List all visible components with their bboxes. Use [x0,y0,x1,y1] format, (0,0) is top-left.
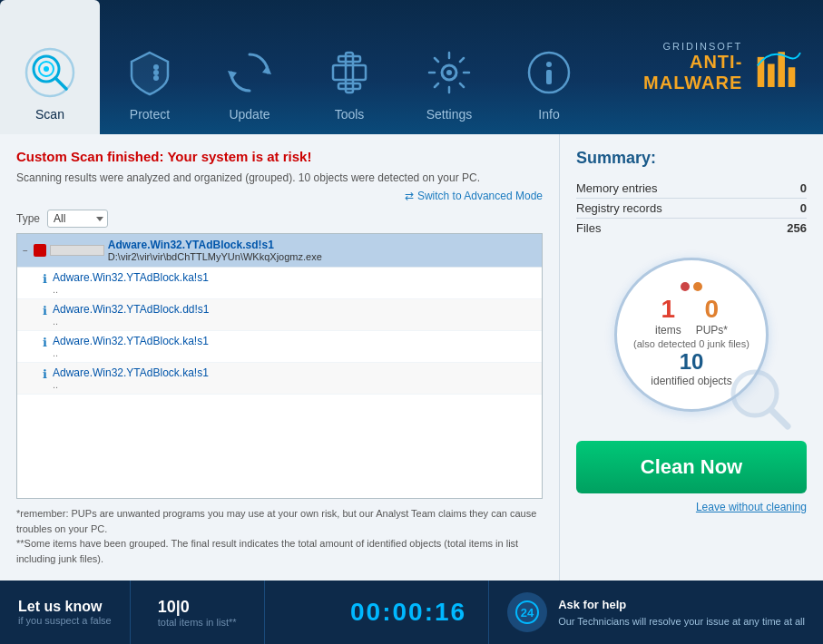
threat-progress-bar-0 [50,245,104,256]
scan-icon [21,44,79,102]
nav-item-settings[interactable]: Settings [399,0,499,134]
items-counter: 10|0 [158,598,237,617]
memory-entries-label: Memory entries [576,181,658,195]
svg-point-6 [153,70,159,75]
child-threat-path-1: .. [53,284,209,295]
summary-files-row: Files 256 [576,219,807,238]
advanced-mode-link[interactable]: ⇄Switch to Advanced Mode [16,190,543,202]
items-label: items [655,324,681,337]
svg-rect-11 [338,56,360,62]
bottom-bar: Let us know if you suspect a false 10|0 … [0,581,823,644]
svg-rect-21 [779,52,786,87]
footnotes: *remember: PUPs are unwanted programs yo… [16,506,543,566]
identified-label: identified objects [651,375,731,387]
child-threat-path-3: .. [53,347,209,358]
also-detected-note: (also detected 0 junk files) [633,338,750,349]
child-threat-path-2: .. [53,316,210,327]
child-threat-name-3: Adware.Win32.YTAdBlock.ka!s1 [53,335,209,347]
svg-rect-13 [333,65,366,80]
magnifier-icon [728,366,791,430]
summary-rows: Memory entries 0 Registry records 0 File… [576,179,807,238]
nav-label-settings: Settings [426,107,473,122]
settings-icon [420,44,478,102]
let-us-know-label: Let us know [18,599,112,615]
result-child-1[interactable]: ℹ Adware.Win32.YTAdBlock.ka!s1 .. [17,268,542,299]
svg-rect-20 [768,63,775,87]
info-circle-icon-3: ℹ [43,336,47,349]
svg-point-5 [153,64,159,70]
gauge-stats: 1 items 0 PUPs* [655,295,728,337]
svg-rect-18 [546,70,552,84]
svg-point-7 [153,75,159,81]
tools-icon [320,44,378,102]
info-circle-icon-4: ℹ [43,367,47,381]
svg-marker-9 [228,71,237,80]
footnote-1: *remember: PUPs are unwanted programs yo… [16,506,543,536]
svg-point-15 [446,70,452,75]
nav-item-info[interactable]: Info [499,0,599,134]
type-filter-select[interactable]: All Adware PUP [47,210,108,228]
child-threat-path-4: .. [53,379,209,390]
result-child-2[interactable]: ℹ Adware.Win32.YTAdBlock.dd!s1 .. [17,299,542,331]
pups-label: PUPs* [696,324,728,337]
files-value: 256 [787,221,807,235]
result-child-4[interactable]: ℹ Adware.Win32.YTAdBlock.ka!s1 .. [17,363,542,395]
summary-registry-row: Registry records 0 [576,199,807,219]
support-sub: Our Technicians will resolve your issue … [558,616,805,627]
result-group-0: − Adware.Win32.YTAdBlock.sd!s1 D:\vir2\v… [17,234,542,268]
svg-text:24: 24 [521,606,534,620]
nav-label-info: Info [538,107,559,122]
protect-icon [121,44,179,102]
gauge-pups-stat: 0 PUPs* [696,295,728,337]
child-threat-name-4: Adware.Win32.YTAdBlock.ka!s1 [53,366,209,379]
gauge-container: 1 items 0 PUPs* (also detected 0 junk fi… [601,249,782,430]
info-icon [520,44,578,102]
brand-company: GRIDINSOFT [599,41,742,52]
svg-line-24 [771,410,788,426]
scan-title-static: Custom Scan finished: [16,149,167,164]
nav-label-scan: Scan [35,107,64,122]
registry-records-label: Registry records [576,201,662,215]
items-count: 1 [655,295,681,324]
identified-count: 10 [680,349,704,375]
scan-timer: 00:00:16 [350,598,466,627]
gauge-dot-orange [693,282,702,291]
nav-label-protect: Protect [130,107,170,122]
svg-point-17 [546,62,552,67]
nav-item-protect[interactable]: Protect [100,0,200,134]
child-threat-name-1: Adware.Win32.YTAdBlock.ka!s1 [53,271,209,284]
result-child-3[interactable]: ℹ Adware.Win32.YTAdBlock.ka!s1 .. [17,331,542,363]
right-panel: Summary: Memory entries 0 Registry recor… [560,134,823,581]
summary-title: Summary: [576,149,656,168]
registry-records-value: 0 [800,201,807,215]
footnote-2: **Some items have been grouped. The fina… [16,536,543,566]
counter-section: 10|0 total items in list** [131,581,265,644]
clean-now-button[interactable]: Clean Now [576,441,807,493]
expand-icon-0: − [23,246,28,256]
svg-point-3 [44,66,49,72]
svg-line-4 [55,78,66,89]
nav-item-tools[interactable]: Tools [299,0,399,134]
let-us-know-sub: if you suspect a false [18,615,112,626]
threat-path-0: D:\vir2\vir\vir\bdChTTLMyYUn\WKkqXjogmz.… [108,251,322,262]
results-list[interactable]: − Adware.Win32.YTAdBlock.sd!s1 D:\vir2\v… [16,233,543,499]
gauge-dot-red [681,282,690,291]
svg-marker-8 [262,65,271,74]
let-us-know-section: Let us know if you suspect a false [18,581,131,644]
header: Scan Protect Update [0,0,823,134]
support-icon: 24 [507,592,547,632]
leave-without-cleaning-link[interactable]: Leave without cleaning [576,501,807,513]
nav-item-update[interactable]: Update [200,0,299,134]
support-text: Ask for help Our Technicians will resolv… [558,596,805,629]
info-circle-icon-1: ℹ [43,272,47,286]
summary-memory-row: Memory entries 0 [576,179,807,199]
svg-rect-12 [338,83,360,89]
threat-name-0: Adware.Win32.YTAdBlock.sd!s1 [108,239,322,251]
gauge-items-stat: 1 items [655,295,681,337]
scan-subtitle: Scanning results were analyzed and organ… [16,171,543,184]
result-header-0[interactable]: − Adware.Win32.YTAdBlock.sd!s1 D:\vir2\v… [17,234,542,267]
items-counter-sub: total items in list** [158,617,237,628]
filter-label: Type [16,212,40,225]
nav-item-scan[interactable]: Scan [0,0,100,134]
nav-label-tools: Tools [335,107,365,122]
